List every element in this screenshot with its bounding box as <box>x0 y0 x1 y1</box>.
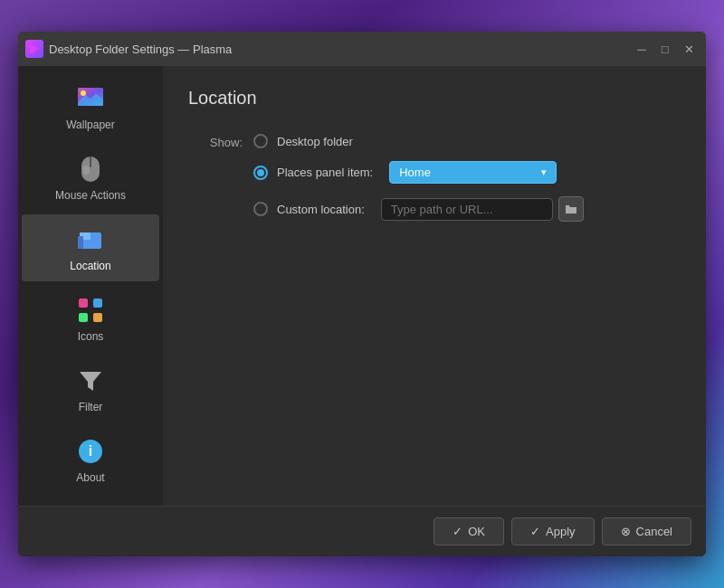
icons-icon <box>74 294 107 327</box>
svg-marker-15 <box>80 372 101 391</box>
minimize-button[interactable]: ─ <box>632 39 652 59</box>
settings-window: Desktop Folder Settings — Plasma ─ □ ✕ <box>18 32 706 556</box>
wallpaper-icon <box>74 82 107 115</box>
mouse-icon <box>74 153 107 185</box>
about-icon: i <box>74 435 107 468</box>
panel-title: Location <box>188 88 681 109</box>
ok-label: OK <box>468 525 485 538</box>
sidebar-item-location[interactable]: Location <box>22 214 159 281</box>
svg-rect-13 <box>79 313 88 322</box>
filter-icon <box>74 365 107 397</box>
cancel-button[interactable]: ⊗ Cancel <box>602 517 691 545</box>
location-icon <box>74 223 107 256</box>
sidebar: Wallpaper Mouse Actions <box>18 66 163 506</box>
maximize-button[interactable]: □ <box>655 39 675 59</box>
radio-desktop-folder-label: Desktop folder <box>277 135 353 148</box>
radio-option-desktop-folder: Desktop folder <box>253 134 584 148</box>
svg-rect-14 <box>93 313 102 322</box>
cancel-label: Cancel <box>636 525 672 538</box>
cancel-icon: ⊗ <box>621 525 631 538</box>
sidebar-item-wallpaper[interactable]: Wallpaper <box>22 73 159 140</box>
window-title: Desktop Folder Settings — Plasma <box>49 43 232 56</box>
chevron-down-icon: ▾ <box>541 166 547 178</box>
radio-option-custom-location: Custom location: <box>253 196 584 222</box>
main-panel: Location Show: Desktop folder Places <box>163 66 706 506</box>
svg-rect-10 <box>78 236 83 249</box>
places-panel-dropdown[interactable]: Home ▾ <box>389 161 557 184</box>
icons-label: Icons <box>78 330 104 343</box>
close-button[interactable]: ✕ <box>679 39 699 59</box>
sidebar-item-about[interactable]: i About <box>22 426 159 493</box>
about-label: About <box>76 471 104 484</box>
ok-button[interactable]: ✓ OK <box>433 517 504 545</box>
wallpaper-label: Wallpaper <box>66 119 115 131</box>
radio-desktop-folder[interactable] <box>253 134 268 148</box>
radio-custom-location-label: Custom location: <box>277 203 365 216</box>
location-label: Location <box>70 260 110 272</box>
radio-places-panel-label: Places panel item: <box>277 166 373 179</box>
apply-label: Apply <box>546 525 576 538</box>
settings-area: Show: Desktop folder Places panel item: <box>188 134 681 484</box>
svg-text:i: i <box>89 443 92 459</box>
titlebar-left: Desktop Folder Settings — Plasma <box>25 40 232 58</box>
footer: ✓ OK ✓ Apply ⊗ Cancel <box>18 506 706 556</box>
svg-rect-11 <box>79 299 88 308</box>
dropdown-value: Home <box>399 166 431 179</box>
content-area: Wallpaper Mouse Actions <box>18 66 706 506</box>
show-row: Show: Desktop folder Places panel item: <box>188 134 681 222</box>
window-controls: ─ □ ✕ <box>632 39 699 59</box>
apply-icon: ✓ <box>530 525 540 538</box>
ok-icon: ✓ <box>452 525 462 538</box>
svg-point-4 <box>81 90 86 96</box>
titlebar: Desktop Folder Settings — Plasma ─ □ ✕ <box>18 32 706 66</box>
mouse-actions-label: Mouse Actions <box>55 189 126 202</box>
browse-folder-button[interactable] <box>558 196 584 222</box>
svg-rect-12 <box>93 299 102 308</box>
show-label: Show: <box>188 134 243 149</box>
radio-places-panel[interactable] <box>253 166 268 180</box>
sidebar-item-icons[interactable]: Icons <box>22 285 159 352</box>
custom-location-input-row <box>381 196 584 222</box>
radio-custom-location[interactable] <box>253 202 268 216</box>
apply-button[interactable]: ✓ Apply <box>511 517 595 545</box>
svg-rect-7 <box>83 166 90 175</box>
sidebar-item-filter[interactable]: Filter <box>22 356 159 422</box>
app-icon <box>25 40 43 58</box>
radio-options: Desktop folder Places panel item: Home ▾ <box>253 134 584 222</box>
custom-location-input[interactable] <box>381 198 553 221</box>
sidebar-item-mouse-actions[interactable]: Mouse Actions <box>22 144 159 211</box>
filter-label: Filter <box>79 401 103 413</box>
svg-marker-0 <box>30 43 39 54</box>
radio-option-places-panel: Places panel item: Home ▾ <box>253 161 584 184</box>
